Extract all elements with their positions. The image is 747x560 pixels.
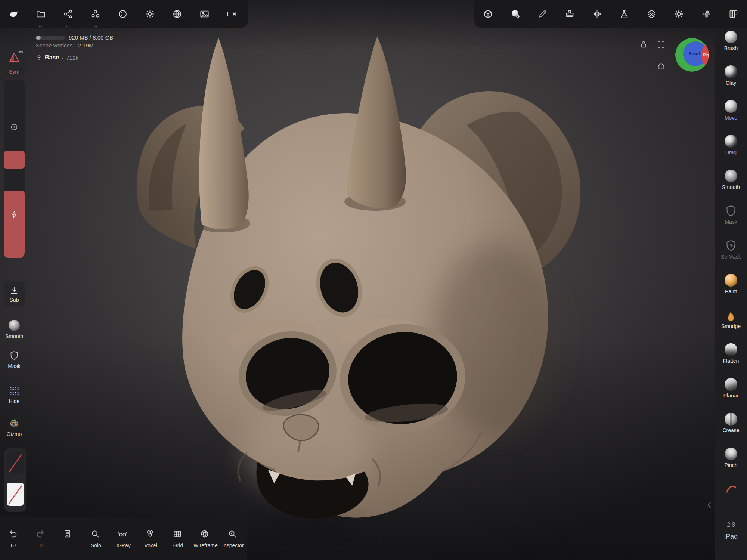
intensity-slider-fill[interactable] bbox=[4, 191, 25, 258]
sym-badge: UW bbox=[18, 50, 23, 54]
pencil-icon bbox=[537, 9, 548, 19]
tool-label-smudge: Smudge bbox=[721, 323, 741, 329]
shading-button[interactable] bbox=[502, 0, 529, 28]
brush-tool-icon bbox=[725, 31, 737, 43]
intensity-slider[interactable] bbox=[4, 171, 25, 258]
files-button[interactable]: … bbox=[27, 0, 55, 28]
quick-smooth-button[interactable]: Smooth bbox=[0, 320, 28, 339]
memory-bar bbox=[36, 36, 65, 40]
panels-button[interactable] bbox=[720, 0, 747, 28]
hide-dots-icon bbox=[9, 386, 19, 396]
shading-sphere-icon bbox=[510, 9, 520, 19]
layers-icon bbox=[647, 9, 657, 19]
quick-gizmo-button[interactable]: Gizmo bbox=[0, 418, 28, 437]
snap-cube-button[interactable] bbox=[474, 0, 502, 28]
radius-slider[interactable] bbox=[4, 80, 25, 169]
app-logo-button[interactable] bbox=[0, 0, 27, 28]
lock-view-button[interactable] bbox=[637, 38, 650, 51]
mesh-icon bbox=[36, 55, 42, 61]
viewport-canvas[interactable] bbox=[0, 0, 747, 560]
tool-brush[interactable]: Brush bbox=[715, 31, 747, 65]
interface-button[interactable] bbox=[692, 0, 720, 28]
tool-paint[interactable]: Paint bbox=[715, 274, 747, 309]
tool-crease[interactable]: Crease bbox=[715, 413, 747, 448]
drag-tool-icon bbox=[725, 135, 737, 148]
quick-smooth-label: Smooth bbox=[5, 333, 23, 339]
xray-glasses-icon bbox=[118, 529, 128, 540]
layers-button[interactable] bbox=[638, 0, 665, 28]
top-right-toolbar bbox=[474, 0, 747, 28]
solo-button[interactable]: Solo bbox=[82, 517, 109, 560]
flatten-tool-icon bbox=[725, 343, 737, 356]
tool-label-pinch: Pinch bbox=[724, 462, 737, 468]
tools-scroll-handle[interactable] bbox=[705, 501, 714, 510]
stamp-button[interactable] bbox=[556, 0, 583, 28]
subdivision-button[interactable]: Sub bbox=[4, 281, 25, 307]
bottom-toolbar: 67 0 … Solo X-Ray … Voxel Grid Wi bbox=[0, 517, 247, 560]
tool-pinch[interactable]: Pinch bbox=[715, 448, 747, 482]
undo-button[interactable]: 67 bbox=[0, 517, 27, 560]
lighting-button[interactable] bbox=[136, 0, 164, 28]
voxel-button[interactable]: … Voxel bbox=[137, 517, 164, 560]
layer-count: 712k bbox=[66, 55, 78, 61]
home-view-button[interactable] bbox=[655, 60, 667, 72]
smooth-ball-icon bbox=[9, 320, 20, 331]
undo-icon bbox=[9, 529, 19, 540]
matcap-swatch-dark[interactable] bbox=[7, 451, 24, 474]
wireframe-button[interactable]: Wireframe bbox=[192, 517, 219, 560]
symmetry-button[interactable] bbox=[583, 0, 611, 28]
app-version: 2.8 bbox=[715, 522, 747, 528]
tool-extra[interactable] bbox=[715, 482, 747, 517]
active-layer-chip[interactable]: Base · 712k bbox=[36, 54, 78, 61]
matcap-swatch-light[interactable] bbox=[7, 483, 24, 506]
tool-move[interactable]: Move bbox=[715, 100, 747, 135]
quick-hide-button[interactable]: Hide bbox=[0, 386, 28, 404]
orientation-gizmo[interactable]: Front Rig bbox=[675, 37, 710, 72]
layer-sep: · bbox=[62, 55, 63, 61]
radius-icon bbox=[10, 123, 18, 131]
memory-bar-fill bbox=[36, 36, 41, 40]
layer-name: Base bbox=[45, 54, 59, 61]
redo-icon bbox=[36, 529, 46, 540]
tool-clay[interactable]: Clay bbox=[715, 65, 747, 100]
quick-mask-button[interactable]: Mask bbox=[0, 350, 28, 369]
settings-button[interactable] bbox=[665, 0, 692, 28]
redo-button[interactable]: 0 bbox=[27, 517, 55, 560]
symmetry-icon bbox=[592, 9, 602, 19]
scene-graph-button[interactable]: … bbox=[55, 0, 82, 28]
tool-mask[interactable]: Mask bbox=[715, 204, 747, 239]
tool-planar[interactable]: Planar bbox=[715, 378, 747, 413]
xray-button[interactable]: X-Ray bbox=[110, 517, 137, 560]
sculpt-model bbox=[0, 0, 747, 560]
camera-button[interactable] bbox=[218, 0, 245, 28]
symmetry-toggle[interactable]: UW Sym bbox=[4, 48, 25, 77]
radius-slider-fill[interactable] bbox=[4, 151, 25, 169]
history-list-button[interactable]: … bbox=[55, 517, 82, 560]
tool-flatten[interactable]: Flatten bbox=[715, 343, 747, 378]
crease-tool-icon bbox=[725, 413, 737, 426]
solo-label: Solo bbox=[91, 542, 101, 548]
vertices-value: 2.19M bbox=[78, 42, 94, 49]
tool-drag[interactable]: Drag bbox=[715, 135, 747, 170]
fullscreen-button[interactable] bbox=[655, 38, 667, 51]
tool-label-flatten: Flatten bbox=[723, 358, 739, 364]
background-image-button[interactable] bbox=[191, 0, 218, 28]
multiresolution-button[interactable] bbox=[109, 0, 136, 28]
inspector-icon bbox=[228, 529, 238, 540]
grid-label: Grid bbox=[173, 542, 183, 548]
tool-label-selmask: SelMask bbox=[721, 254, 741, 260]
postprocess-flask-icon bbox=[619, 9, 629, 19]
voxel-cubes-icon bbox=[146, 529, 156, 540]
smooth-tool-icon bbox=[725, 170, 737, 182]
tool-smooth[interactable]: Smooth bbox=[715, 170, 747, 204]
nomad-sculpt-app: … … … bbox=[0, 0, 747, 560]
pencil-button[interactable] bbox=[529, 0, 556, 28]
topology-button[interactable]: … bbox=[82, 0, 109, 28]
material-button[interactable] bbox=[164, 0, 191, 28]
postprocess-button[interactable] bbox=[611, 0, 638, 28]
inspector-button[interactable]: Inspector bbox=[219, 517, 247, 560]
inspector-label: Inspector bbox=[222, 542, 244, 548]
grid-button[interactable]: Grid bbox=[164, 517, 192, 560]
tool-smudge[interactable]: Smudge bbox=[715, 309, 747, 343]
tool-selmask[interactable]: SelMask bbox=[715, 239, 747, 274]
